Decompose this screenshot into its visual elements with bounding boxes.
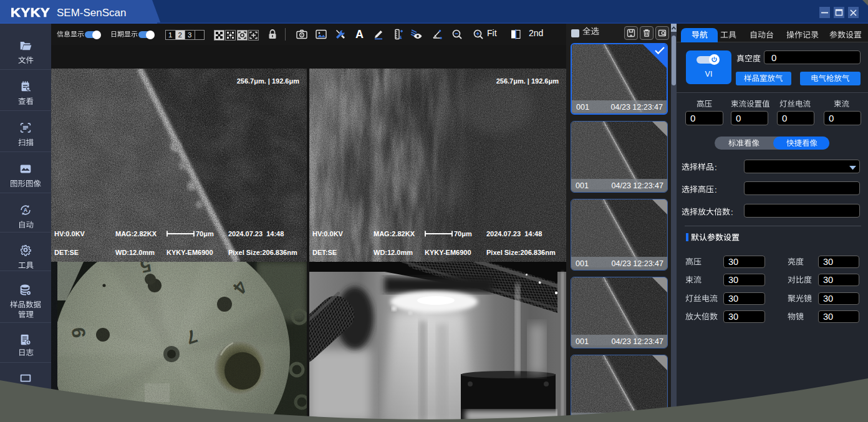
svg-text:A: A	[24, 207, 28, 213]
